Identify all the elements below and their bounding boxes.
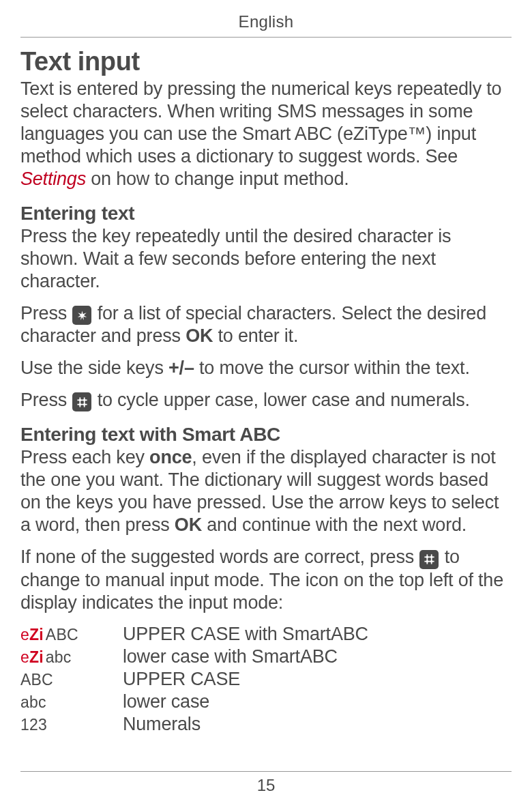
p4-text-a: Press xyxy=(20,390,72,410)
ok-label-2: OK xyxy=(175,515,202,535)
entering-text-p4: Press to cycle upper case, lower case an… xyxy=(20,389,512,412)
smart-p1-c: and continue with the next word. xyxy=(202,515,467,535)
ezi-suffix-lower: abc xyxy=(46,648,72,666)
page-number: 15 xyxy=(257,776,276,794)
heading-entering-text: Entering text xyxy=(20,203,512,225)
hash-key-icon-2 xyxy=(419,550,439,569)
smart-p1: Press each key once, even if the display… xyxy=(20,446,512,536)
ezi-e: e xyxy=(20,626,29,643)
mode-row-upper: ABC UPPER CASE xyxy=(20,669,512,690)
star-key-icon xyxy=(72,306,91,325)
mode-desc-ezi-lower: lower case with SmartABC xyxy=(123,646,338,667)
input-mode-table: eZiABC UPPER CASE with SmartABC eZiabc l… xyxy=(20,624,512,735)
heading-smart-abc: Entering text with Smart ABC xyxy=(20,424,512,446)
svg-point-15 xyxy=(431,561,432,562)
intro-text-part-a: Text is entered by pressing the numerica… xyxy=(20,78,501,167)
svg-point-12 xyxy=(426,557,428,558)
smart-p2: If none of the suggested words are corre… xyxy=(20,546,512,613)
svg-point-5 xyxy=(84,399,85,401)
svg-point-13 xyxy=(431,557,432,558)
ok-label-1: OK xyxy=(186,326,213,346)
hash-key-icon xyxy=(72,392,91,411)
svg-point-7 xyxy=(84,404,85,405)
mode-row-lower: abc lower case xyxy=(20,691,512,712)
plus-minus-keys: +/– xyxy=(168,358,194,378)
settings-link[interactable]: Settings xyxy=(20,169,86,189)
p3-text-b: to move the cursor within the text. xyxy=(194,358,470,378)
p3-text-a: Use the side keys xyxy=(20,358,168,378)
page-header-language: English xyxy=(20,0,512,38)
intro-paragraph: Text is entered by pressing the numerica… xyxy=(20,78,512,190)
mode-desc-upper: UPPER CASE xyxy=(123,669,240,690)
mode-label-ezi-lower: eZiabc xyxy=(20,648,123,667)
ezi-suffix-upper: ABC xyxy=(46,626,78,643)
mode-desc-numerals: Numerals xyxy=(123,714,201,735)
mode-label-lower: abc xyxy=(20,693,123,712)
entering-text-p3: Use the side keys +/– to move the cursor… xyxy=(20,357,512,379)
mode-label-upper: ABC xyxy=(20,671,123,689)
p2-text-a: Press xyxy=(20,303,72,323)
smart-p2-a: If none of the suggested words are corre… xyxy=(20,547,419,567)
entering-text-p2: Press for a list of special characters. … xyxy=(20,302,512,347)
mode-desc-lower: lower case xyxy=(123,691,209,712)
svg-point-6 xyxy=(79,404,80,405)
smart-p1-a: Press each key xyxy=(20,447,149,467)
ezi-z: Z xyxy=(29,626,39,643)
mode-label-ezi-upper: eZiABC xyxy=(20,626,123,644)
ezi-i: i xyxy=(39,626,44,643)
mode-label-numerals: 123 xyxy=(20,716,123,734)
mode-row-numerals: 123 Numerals xyxy=(20,714,512,735)
svg-point-4 xyxy=(79,399,80,401)
ezi-i-2: i xyxy=(39,648,44,666)
ezi-z-2: Z xyxy=(29,648,39,666)
svg-point-14 xyxy=(426,561,428,562)
p2-text-c: to enter it. xyxy=(213,326,298,346)
once-emphasis: once xyxy=(149,447,192,467)
mode-row-ezi-upper: eZiABC UPPER CASE with SmartABC xyxy=(20,624,512,645)
page-footer: 15 xyxy=(20,771,512,795)
p4-text-b: to cycle upper case, lower case and nume… xyxy=(92,390,470,410)
intro-text-part-b: on how to change input method. xyxy=(86,169,349,189)
mode-desc-ezi-upper: UPPER CASE with SmartABC xyxy=(123,624,368,645)
section-title-text-input: Text input xyxy=(20,47,512,76)
entering-text-p1: Press the key repeatedly until the desir… xyxy=(20,225,512,293)
ezi-e-2: e xyxy=(20,648,29,666)
mode-row-ezi-lower: eZiabc lower case with SmartABC xyxy=(20,646,512,667)
